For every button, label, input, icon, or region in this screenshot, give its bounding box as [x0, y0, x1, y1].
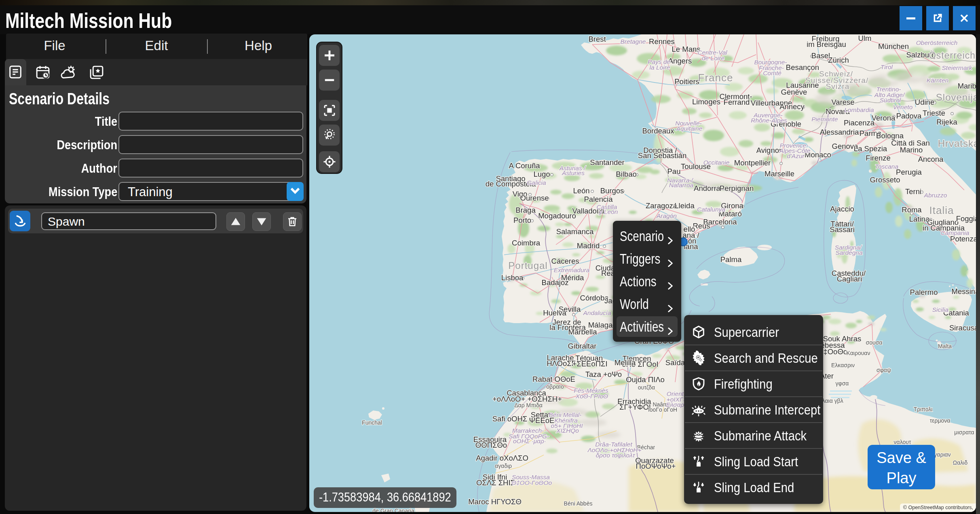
- svg-text:Melilla: Melilla: [615, 358, 636, 367]
- svg-text:Marbella: Marbella: [568, 328, 598, 336]
- svg-text:Santander: Santander: [590, 158, 624, 167]
- svg-text:οβραΙο: οβραΙο: [546, 383, 564, 390]
- svg-text:Maroc ΗΓΥΟΣΘ: Maroc ΗΓΥΟΣΘ: [468, 497, 522, 506]
- svg-text:im Breisgau: im Breisgau: [807, 40, 846, 49]
- svg-text:Marseille: Marseille: [765, 169, 794, 178]
- svg-text:Annecy: Annecy: [779, 102, 805, 111]
- svg-text:Piemonte: Piemonte: [811, 116, 838, 123]
- svg-text:Porto: Porto: [513, 216, 531, 224]
- svg-text:Kärnten: Kärnten: [927, 77, 948, 84]
- svg-text:y León: y León: [599, 208, 618, 215]
- svg-text:Maribor: Maribor: [958, 82, 976, 90]
- svg-text:Saïda: Saïda: [665, 358, 685, 367]
- svg-text:Poitiers: Poitiers: [674, 77, 699, 86]
- svg-text:Perpignan: Perpignan: [720, 184, 754, 192]
- svg-text:La Spezia: La Spezia: [854, 144, 887, 153]
- svg-text:Besançon: Besançon: [786, 63, 819, 72]
- svg-text:Salamanca: Salamanca: [556, 227, 594, 236]
- svg-text:ΘΘΠΣΘο: ΘΘΠΣΘο: [475, 441, 507, 449]
- svg-text:ΧΙΣΗQο: ΧΙΣΗQο: [556, 427, 579, 434]
- svg-text:Hrvatska: Hrvatska: [938, 138, 976, 149]
- svg-text:Siracusa: Siracusa: [949, 324, 976, 332]
- svg-text:Taza +οΨο: Taza +οΨο: [585, 370, 622, 379]
- svg-text:München: München: [878, 42, 909, 51]
- svg-text:Ourense: Ourense: [520, 194, 549, 202]
- svg-text:Portugal: Portugal: [508, 260, 547, 271]
- svg-text:Comté: Comté: [763, 70, 781, 76]
- svg-text:la Loire: la Loire: [650, 64, 670, 71]
- svg-text:Rabat ΟΘοΕ: Rabat ΟΘοΕ: [532, 375, 575, 383]
- svg-text:Ωαλιδ: Ωαλιδ: [953, 459, 968, 466]
- svg-text:Safi οΟΗΣ: Safi οΟΗΣ: [492, 415, 528, 423]
- svg-text:Terni: Terni: [905, 187, 921, 196]
- svg-text:Montpellier: Montpellier: [734, 159, 771, 167]
- svg-text:de Gran Canaria: de Gran Canaria: [372, 508, 414, 512]
- svg-text:+ΣΕΕοΠΣΙ: +ΣΕΕοΠΣΙ: [572, 360, 607, 368]
- svg-text:Coimbra: Coimbra: [512, 239, 541, 247]
- svg-text:Malta: Malta: [938, 343, 952, 349]
- svg-text:σουσα: σουσα: [866, 339, 883, 346]
- svg-text:ουτζδα: ουτζδα: [638, 384, 655, 391]
- svg-text:Θ‡ΟΟ-ΓοΘΟο: Θ‡ΟΟ-ΓοΘΟο: [511, 479, 552, 486]
- svg-text:San Sebastián: San Sebastián: [638, 151, 686, 160]
- svg-text:Roma: Roma: [902, 205, 922, 214]
- svg-text:Brest: Brest: [588, 35, 606, 43]
- svg-text:Svizra: Svizra: [826, 82, 850, 91]
- svg-text:ναλουτ: ναλουτ: [894, 439, 911, 445]
- svg-text:Badajoz: Badajoz: [542, 278, 569, 287]
- svg-text:Reus: Reus: [693, 222, 710, 230]
- svg-text:Limoges: Limoges: [692, 97, 720, 106]
- svg-text:Palencia: Palencia: [584, 195, 613, 203]
- svg-text:d'Azur: d'Azur: [787, 152, 805, 159]
- svg-text:Funchal: Funchal: [362, 419, 382, 426]
- svg-text:Madrid: Madrid: [577, 241, 600, 250]
- svg-text:ΣΓ+ΥΦΟΙ: ΣΓ+ΥΦΟΙ: [619, 403, 651, 411]
- svg-text:Extremadura: Extremadura: [554, 267, 590, 273]
- svg-text:Firenze: Firenze: [866, 154, 891, 162]
- svg-text:Aragón: Aragón: [656, 212, 677, 219]
- svg-text:León: León: [573, 186, 589, 195]
- svg-text:Trieste: Trieste: [923, 109, 945, 117]
- svg-text:Slovenija: Slovenija: [936, 92, 976, 103]
- svg-text:Ελκασριν: Ελκασριν: [831, 362, 855, 368]
- svg-text:Aquitaine: Aquitaine: [676, 125, 703, 132]
- svg-text:Zaragoza: Zaragoza: [646, 201, 678, 210]
- svg-text:Catalunya: Catalunya: [697, 206, 725, 213]
- svg-text:Varese: Varese: [831, 98, 854, 106]
- svg-text:Gibraltar: Gibraltar: [568, 342, 597, 350]
- svg-text:Burgos: Burgos: [600, 186, 624, 195]
- svg-text:Rijeka: Rijeka: [936, 118, 957, 126]
- svg-text:Pau: Pau: [667, 167, 681, 176]
- svg-text:ΠοΟΨοΨο+: ΠοΟΨοΨο+: [636, 462, 676, 470]
- svg-text:Le Mans: Le Mans: [672, 45, 701, 53]
- svg-text:Tirol: Tirol: [881, 63, 893, 70]
- svg-text:Bordeaux: Bordeaux: [642, 127, 674, 135]
- svg-text:Grosseto: Grosseto: [870, 176, 900, 184]
- svg-text:Basel: Basel: [811, 51, 830, 60]
- svg-text:Nafarroa: Nafarroa: [669, 182, 694, 188]
- svg-text:Galicia: Galicia: [527, 179, 546, 186]
- svg-text:τερμονα: τερμονα: [930, 417, 950, 424]
- svg-text:ΧοΘ-ΓΡΙοΘ: ΧοΘ-ΓΡΙοΘ: [575, 393, 608, 400]
- svg-text:Lugo: Lugo: [533, 170, 550, 178]
- svg-text:Messina: Messina: [952, 287, 976, 296]
- svg-text:Alessandria: Alessandria: [820, 128, 859, 136]
- svg-text:Oberösterreich: Oberösterreich: [916, 39, 958, 46]
- svg-text:Zürich: Zürich: [828, 56, 849, 64]
- svg-text:Andorra: Andorra: [694, 184, 721, 192]
- svg-text:Lisboa: Lisboa: [501, 273, 524, 282]
- svg-text:Huelva: Huelva: [543, 309, 566, 317]
- svg-text:Palma: Palma: [720, 255, 742, 264]
- svg-text:σφαψ: σφαψ: [877, 367, 891, 373]
- svg-text:Ulm: Ulm: [858, 34, 872, 42]
- svg-text:Piacenza: Piacenza: [844, 118, 875, 127]
- svg-text:Italia: Italia: [929, 204, 954, 216]
- svg-text:ΗΛΟοΣΓ: ΗΛΟοΣΓ: [547, 359, 576, 368]
- svg-text:Asturies: Asturies: [562, 169, 585, 176]
- svg-text:Occitanie: Occitanie: [703, 159, 730, 166]
- svg-text:Palermo: Palermo: [910, 288, 938, 296]
- svg-text:Δαρ Μπιδα: Δαρ Μπιδα: [514, 402, 543, 408]
- svg-text:A Coruña: A Coruña: [509, 161, 540, 170]
- svg-text:Campania: Campania: [941, 229, 969, 236]
- svg-text:δρσο τοφιλολτ: δρσο τοφιλολτ: [596, 452, 636, 459]
